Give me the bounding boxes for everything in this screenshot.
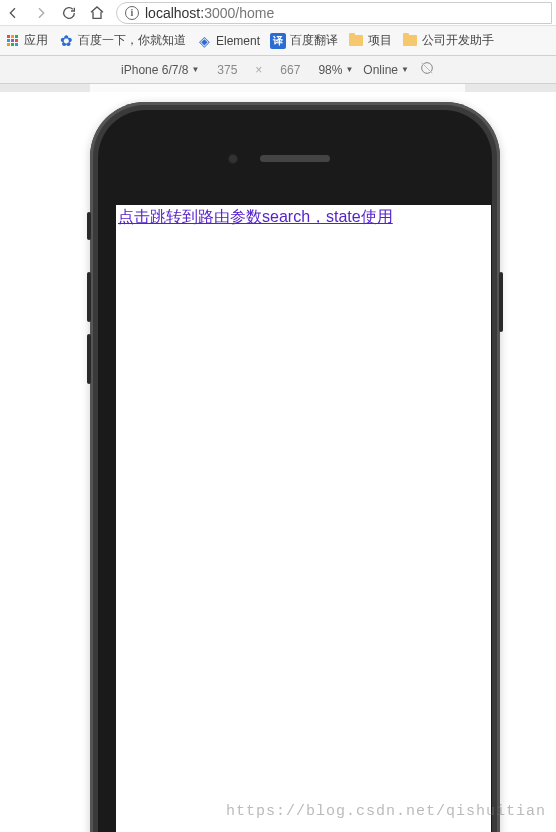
url-text: localhost:3000/home <box>145 5 274 21</box>
apps-button[interactable]: 应用 <box>4 32 48 49</box>
url-path: 3000/home <box>204 5 274 21</box>
device-name: iPhone 6/7/8 <box>121 63 188 77</box>
phone-side-button <box>87 334 91 384</box>
bookmark-label: 百度一下，你就知道 <box>78 32 186 49</box>
phone-frame: 点击跳转到路由参数search，state使用 <box>90 102 500 832</box>
back-button[interactable] <box>4 4 22 22</box>
route-link[interactable]: 点击跳转到路由参数search，state使用 <box>116 205 491 230</box>
bookmark-translate[interactable]: 译 百度翻译 <box>270 32 338 49</box>
height-input[interactable]: 667 <box>272 63 308 77</box>
device-toolbar: iPhone 6/7/8 ▼ 375 × 667 98% ▼ Online ▼ <box>0 56 556 84</box>
width-input[interactable]: 375 <box>209 63 245 77</box>
bookmark-baidu[interactable]: ✿ 百度一下，你就知道 <box>58 32 186 49</box>
phone-camera <box>228 154 238 164</box>
bookmark-project[interactable]: 项目 <box>348 32 392 49</box>
bookmark-label: 百度翻译 <box>290 32 338 49</box>
url-host: localhost: <box>145 5 204 21</box>
phone-speaker <box>260 155 330 162</box>
baidu-icon: ✿ <box>58 33 74 49</box>
reload-button[interactable] <box>60 4 78 22</box>
apps-label: 应用 <box>24 32 48 49</box>
forward-button[interactable] <box>32 4 50 22</box>
element-icon: ◈ <box>196 33 212 49</box>
ruler <box>0 84 556 92</box>
bookmark-label: Element <box>216 34 260 48</box>
rotate-button[interactable] <box>419 60 435 79</box>
phone-screen: 点击跳转到路由参数search，state使用 <box>116 205 491 832</box>
times-label: × <box>255 63 262 77</box>
bookmark-element[interactable]: ◈ Element <box>196 33 260 49</box>
bookmark-label: 项目 <box>368 32 392 49</box>
bookmark-label: 公司开发助手 <box>422 32 494 49</box>
device-preview-area: 点击跳转到路由参数search，state使用 <box>0 92 556 832</box>
folder-icon <box>348 33 364 49</box>
translate-icon: 译 <box>270 33 286 49</box>
phone-side-button <box>87 212 91 240</box>
zoom-selector[interactable]: 98% ▼ <box>318 63 353 77</box>
url-bar[interactable]: i localhost:3000/home <box>116 2 552 24</box>
bookmarks-bar: 应用 ✿ 百度一下，你就知道 ◈ Element 译 百度翻译 项目 公司开发助… <box>0 26 556 56</box>
device-selector[interactable]: iPhone 6/7/8 ▼ <box>121 63 199 77</box>
chevron-down-icon: ▼ <box>401 65 409 74</box>
chevron-down-icon: ▼ <box>345 65 353 74</box>
phone-side-button <box>87 272 91 322</box>
network-selector[interactable]: Online ▼ <box>363 63 409 77</box>
network-value: Online <box>363 63 398 77</box>
apps-icon <box>4 33 20 49</box>
folder-icon <box>402 33 418 49</box>
chevron-down-icon: ▼ <box>191 65 199 74</box>
bookmark-company-dev[interactable]: 公司开发助手 <box>402 32 494 49</box>
site-info-icon[interactable]: i <box>125 6 139 20</box>
phone-side-button <box>499 272 503 332</box>
home-button[interactable] <box>88 4 106 22</box>
zoom-value: 98% <box>318 63 342 77</box>
